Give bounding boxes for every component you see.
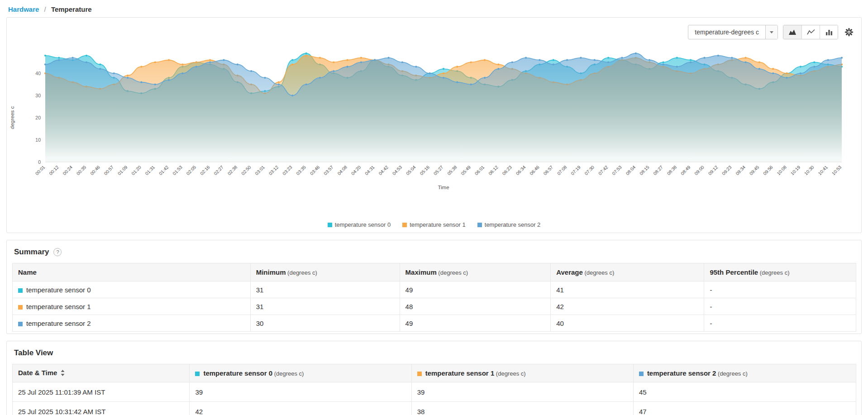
svg-text:20: 20 [35,115,41,120]
svg-text:09:00: 09:00 [693,164,705,176]
line-chart-icon[interactable] [801,25,820,39]
series-color-swatch [195,372,200,376]
summary-column-header: Maximum (degrees c) [400,263,551,281]
stat-value-cell: 49 [400,281,551,298]
svg-text:00:12: 00:12 [48,164,60,176]
sensor-value-cell: 39 [411,382,633,402]
svg-text:06:46: 06:46 [529,164,540,176]
column-label: 95th Percentile [710,268,758,276]
legend-swatch [402,223,407,227]
stat-value-cell: 31 [250,298,400,315]
column-label: Maximum [405,268,437,276]
stat-value-cell: 40 [551,315,704,332]
svg-text:07:19: 07:19 [570,164,582,176]
sort-icon[interactable] [61,370,65,377]
column-unit: (degrees c) [286,269,317,276]
legend-swatch [328,223,332,227]
svg-text:05:38: 05:38 [446,164,458,176]
svg-text:06:23: 06:23 [501,164,513,176]
table-row: temperature sensor 2304940- [13,315,856,332]
svg-text:01:31: 01:31 [144,164,156,176]
column-label: Minimum [256,268,286,276]
column-label: temperature sensor 1 [425,369,495,377]
series-color-swatch [18,322,23,326]
svg-text:00:57: 00:57 [103,164,115,176]
gear-icon[interactable] [843,25,855,39]
svg-text:06:34: 06:34 [515,164,527,176]
legend-label: temperature sensor 0 [335,221,391,228]
area-chart-icon[interactable] [783,25,801,39]
legend-item[interactable]: temperature sensor 0 [328,221,391,228]
temperature-area-chart[interactable]: 01020304000:0100:1200:2400:3500:4600:570… [7,33,861,214]
sensor-name: temperature sensor 0 [26,286,91,294]
stat-value-cell: 42 [551,298,704,315]
svg-text:09:12: 09:12 [707,164,719,176]
table-row: 25 Jul 2025 10:31:42 AM IST423847 [13,402,856,415]
svg-text:09:23: 09:23 [721,164,733,176]
sensor-column-header: temperature sensor 0 (degrees c) [190,364,411,382]
svg-text:40: 40 [35,71,41,76]
svg-text:07:53: 07:53 [611,164,623,176]
datetime-column-header[interactable]: Date & Time [13,364,190,382]
summary-title: Summary [14,248,49,257]
bar-chart-icon[interactable] [820,25,838,39]
svg-text:09:56: 09:56 [762,164,774,176]
svg-text:01:53: 01:53 [172,164,183,176]
legend-item[interactable]: temperature sensor 1 [402,221,466,228]
legend-label: temperature sensor 1 [410,221,466,228]
sensor-column-header: temperature sensor 2 (degrees c) [633,364,856,382]
svg-text:03:23: 03:23 [281,164,293,176]
svg-text:10:41: 10:41 [817,164,829,176]
series-color-swatch [18,288,23,293]
table-row: temperature sensor 0314941- [13,281,856,298]
svg-text:05:04: 05:04 [405,164,417,176]
svg-text:08:49: 08:49 [680,164,692,176]
chart-panel: temperature-degrees c [6,17,862,233]
legend-swatch [477,223,482,227]
svg-text:01:42: 01:42 [158,164,170,176]
svg-text:06:57: 06:57 [543,164,554,176]
svg-text:03:01: 03:01 [254,164,266,176]
legend-item[interactable]: temperature sensor 2 [477,221,541,228]
summary-column-header: Minimum (degrees c) [250,263,400,281]
svg-text:05:27: 05:27 [433,164,444,176]
svg-text:05:16: 05:16 [419,164,431,176]
column-label: Date & Time [18,369,57,377]
breadcrumb-current-page: Temperature [51,5,92,13]
svg-text:07:08: 07:08 [556,164,568,176]
svg-text:02:05: 02:05 [186,164,197,176]
svg-text:07:30: 07:30 [584,164,596,176]
table-view-table: Date & Timetemperature sensor 0 (degrees… [12,364,856,415]
breadcrumb-separator: / [44,5,46,13]
svg-text:Time: Time [438,185,449,190]
sensor-name-cell: temperature sensor 0 [13,281,251,298]
column-label: Name [18,268,37,276]
column-unit: (degrees c) [272,370,304,377]
svg-text:08:04: 08:04 [625,164,637,176]
svg-text:10:08: 10:08 [776,164,788,176]
help-icon[interactable]: ? [53,248,62,256]
metric-dropdown-toggle[interactable] [765,25,777,39]
sensor-column-header: temperature sensor 1 (degrees c) [411,364,633,382]
metric-dropdown-value: temperature-degrees c [688,25,765,39]
svg-text:10: 10 [35,137,41,143]
svg-text:03:46: 03:46 [309,164,321,176]
stat-value-cell: - [704,281,856,298]
column-unit: (degrees c) [437,269,468,276]
stat-value-cell: 31 [250,281,400,298]
sensor-value-cell: 39 [190,382,411,402]
sensor-value-cell: 45 [633,382,856,402]
svg-text:04:31: 04:31 [364,164,376,176]
svg-text:08:38: 08:38 [666,164,678,176]
stat-value-cell: 49 [400,315,551,332]
svg-text:05:49: 05:49 [460,164,472,176]
summary-header-row: NameMinimum (degrees c)Maximum (degrees … [13,263,856,281]
column-label: Average [556,268,583,276]
breadcrumb-link-hardware[interactable]: Hardware [8,5,39,13]
svg-text:03:35: 03:35 [295,164,307,176]
metric-dropdown[interactable]: temperature-degrees c [688,25,778,39]
datetime-cell: 25 Jul 2025 11:01:39 AM IST [13,382,190,402]
summary-panel: Summary ? NameMinimum (degrees c)Maximum… [6,240,862,334]
svg-text:10:53: 10:53 [831,164,843,176]
column-unit: (degrees c) [494,370,525,377]
